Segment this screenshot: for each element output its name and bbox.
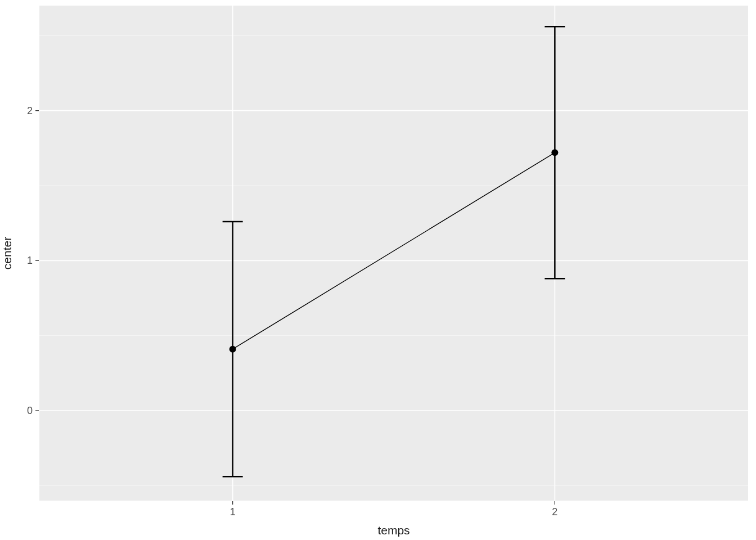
y-axis-title: center [1, 237, 14, 269]
plot-panel [39, 6, 748, 501]
x-tick-label: 2 [552, 506, 557, 518]
x-axis-title: temps [377, 524, 410, 537]
chart-svg: 01212centertemps [0, 0, 756, 540]
y-tick-label: 0 [27, 405, 33, 416]
chart-root: 01212centertemps [0, 0, 756, 540]
data-point [551, 149, 558, 156]
y-tick-label: 2 [27, 105, 33, 116]
data-point [230, 346, 236, 353]
y-tick-label: 1 [27, 255, 33, 266]
x-tick-label: 1 [230, 506, 236, 518]
